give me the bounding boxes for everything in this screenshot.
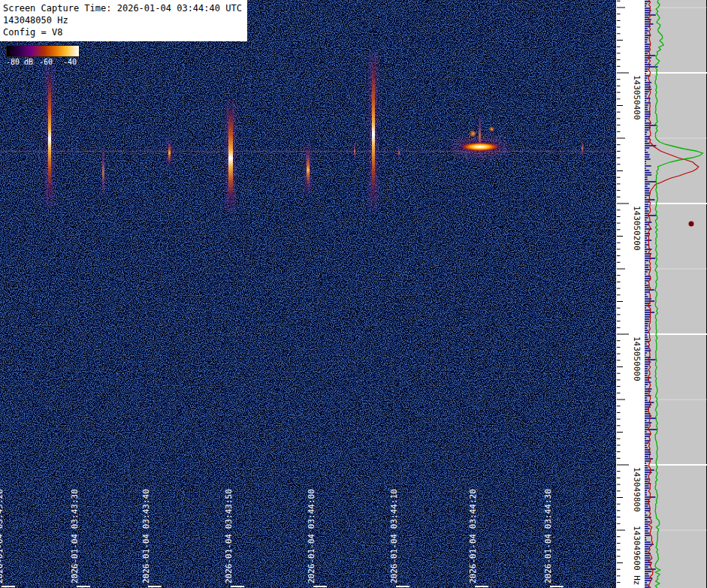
center-frequency-text: 143048050 Hz	[3, 14, 242, 26]
echo-event	[456, 141, 504, 152]
echo-event	[372, 54, 375, 208]
colorbar: -80 dB -60 -40	[6, 45, 81, 66]
spectrum-graph	[645, 0, 707, 588]
time-axis-label: 2026-01-04 03:43:40	[141, 489, 151, 583]
colorbar-gradient	[6, 45, 80, 57]
frequency-axis-label: 143050000	[632, 336, 642, 381]
time-axis-tick	[231, 586, 244, 587]
live-spectrum-trace	[655, 0, 702, 588]
info-box: Screen Capture Time: 2026-01-04 03:44:40…	[0, 0, 247, 41]
spectrum-capture-screen: Screen Capture Time: 2026-01-04 03:44:40…	[0, 0, 707, 588]
frequency-axis-label: 143049800	[632, 467, 642, 512]
echo-event	[102, 144, 104, 198]
echo-event	[168, 140, 171, 165]
time-axis-label: 2026-01-04 03:43:50	[224, 489, 234, 583]
time-axis-label: 2026-01-04 03:44:20	[468, 489, 478, 583]
echo-event	[582, 138, 583, 158]
time-axis-label: 2026-01-04 03:44:00	[307, 489, 316, 583]
spectrum-panel	[645, 0, 707, 588]
marker-dot	[689, 222, 694, 227]
echo-event	[489, 127, 494, 131]
capture-time-text: Screen Capture Time: 2026-01-04 03:44:40…	[3, 2, 242, 14]
time-axis-label: 2026-01-04 03:43:20	[0, 489, 5, 583]
echo-event	[470, 131, 476, 137]
frequency-axis-label: 143049600 Hz	[632, 526, 642, 585]
time-axis-tick	[550, 586, 563, 587]
colorbar-label-min: -80 dB	[6, 58, 33, 66]
time-axis-tick	[148, 586, 162, 587]
time-axis-tick	[2, 586, 15, 587]
echo-event	[228, 104, 233, 209]
waterfall-spectrogram: Screen Capture Time: 2026-01-04 03:44:40…	[0, 0, 616, 588]
time-axis-label: 2026-01-04 03:44:30	[543, 489, 553, 583]
spectrum-gridlines	[645, 8, 707, 530]
echo-event	[398, 146, 400, 159]
echo-event	[307, 146, 310, 192]
frequency-axis: 143050400 143050200 143050000 143049800 …	[616, 0, 645, 588]
echo-event	[48, 68, 51, 205]
time-axis-tick	[313, 586, 327, 587]
time-axis-label: 2026-01-04 03:44:10	[389, 489, 399, 583]
echo-event	[354, 141, 355, 161]
time-axis-tick	[77, 586, 90, 587]
colorbar-labels: -80 dB -60 -40	[6, 57, 81, 66]
time-axis-tick	[475, 586, 488, 587]
colorbar-label-max: -40	[63, 58, 77, 66]
config-text: Config = V8	[3, 26, 242, 38]
time-axis-label: 2026-01-04 03:43:30	[70, 489, 80, 583]
colorbar-label-mid: -60	[39, 58, 53, 66]
time-axis-tick	[396, 586, 409, 587]
frequency-axis-label: 143050400	[632, 75, 642, 120]
frequency-axis-label: 143050200	[632, 206, 642, 251]
